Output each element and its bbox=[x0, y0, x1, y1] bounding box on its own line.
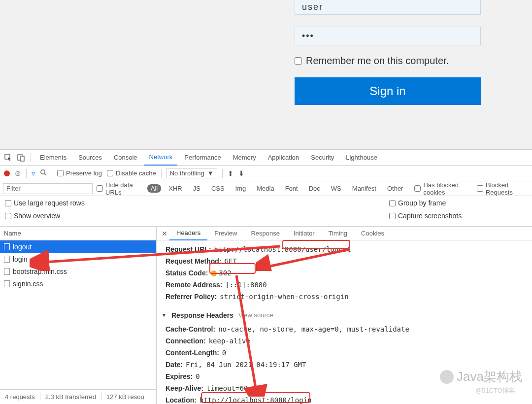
filter-type-doc[interactable]: Doc bbox=[305, 184, 324, 193]
location-line: Location:http://localhost:8080/login bbox=[162, 394, 527, 404]
throttling-value: No throttling bbox=[170, 169, 204, 177]
separator bbox=[31, 153, 31, 162]
status-code-line: Status Code:302 bbox=[162, 267, 527, 279]
file-icon bbox=[4, 243, 10, 250]
detail-tab-timing[interactable]: Timing bbox=[322, 227, 355, 240]
request-row-logout[interactable]: logout bbox=[0, 240, 156, 253]
cache-control-line: Cache-Control:no-cache, no-store, max-ag… bbox=[162, 323, 527, 335]
tab-sources[interactable]: Sources bbox=[73, 150, 107, 166]
filter-type-other[interactable]: Other bbox=[384, 184, 407, 193]
page-content: Remember me on this computer. Sign in bbox=[0, 0, 532, 149]
date-line: Date:Fri, 04 Jun 2021 04:19:17 GMT bbox=[162, 359, 527, 370]
disable-cache-label: Disable cache bbox=[116, 169, 156, 177]
tab-memory[interactable]: Memory bbox=[228, 150, 261, 166]
label: Connection: bbox=[166, 335, 206, 347]
file-icon bbox=[4, 268, 10, 275]
download-har-icon[interactable]: ⬇ bbox=[238, 169, 244, 177]
filter-type-font[interactable]: Font bbox=[282, 184, 301, 193]
filter-type-css[interactable]: CSS bbox=[208, 184, 228, 193]
password-field[interactable] bbox=[295, 27, 481, 45]
svg-point-3 bbox=[41, 170, 45, 174]
filter-type-xhr[interactable]: XHR bbox=[165, 184, 185, 193]
view-source-link[interactable]: View source bbox=[238, 309, 273, 321]
throttling-dropdown[interactable]: No throttling▼ bbox=[166, 168, 217, 178]
detail-tab-response[interactable]: Response bbox=[244, 227, 287, 240]
tab-security[interactable]: Security bbox=[306, 150, 339, 166]
request-name: bootstrap.min.css bbox=[13, 268, 67, 275]
tab-console[interactable]: Console bbox=[109, 150, 142, 166]
footer-resources: 127 kB resou bbox=[101, 393, 149, 401]
blocked-requests-checkbox[interactable]: Blocked Requests bbox=[477, 181, 529, 196]
tab-performance[interactable]: Performance bbox=[179, 150, 226, 166]
separator bbox=[52, 169, 52, 178]
clear-button[interactable]: ⊘ bbox=[15, 169, 21, 178]
value: 302 bbox=[211, 267, 231, 279]
large-rows-checkbox[interactable]: Use large request rows bbox=[5, 199, 389, 207]
footer-requests: 4 requests bbox=[5, 393, 40, 401]
filter-type-manifest[interactable]: Manifest bbox=[349, 184, 380, 193]
search-icon[interactable] bbox=[40, 169, 47, 177]
request-row-bootstrap[interactable]: bootstrap.min.css bbox=[0, 265, 156, 277]
signin-button[interactable]: Sign in bbox=[295, 77, 481, 105]
request-row-signin[interactable]: signin.css bbox=[0, 277, 156, 290]
group-by-frame-checkbox[interactable]: Group by frame bbox=[389, 199, 527, 207]
remember-me-checkbox[interactable] bbox=[295, 57, 302, 65]
request-name: logout bbox=[13, 243, 32, 251]
filter-bar: Hide data URLs All XHR JS CSS Img Media … bbox=[0, 181, 532, 196]
name-column-header[interactable]: Name bbox=[0, 227, 156, 240]
hide-data-urls-label: Hide data URLs bbox=[105, 181, 143, 196]
devtools-tabs: Elements Sources Console Network Perform… bbox=[0, 150, 532, 166]
label: Expires: bbox=[166, 370, 193, 382]
device-toggle-icon[interactable] bbox=[16, 154, 27, 162]
value: timeout=60 bbox=[206, 382, 248, 394]
disable-cache-checkbox[interactable]: Disable cache bbox=[107, 169, 156, 177]
file-icon bbox=[4, 256, 10, 263]
detail-tab-initiator[interactable]: Initiator bbox=[287, 227, 322, 240]
remote-address-line: Remote Address:[::1]:8080 bbox=[162, 279, 527, 291]
preserve-log-checkbox[interactable]: Preserve log bbox=[57, 169, 102, 177]
show-overview-label: Show overview bbox=[14, 212, 60, 220]
close-detail-button[interactable]: ✕ bbox=[160, 230, 169, 237]
request-name: signin.css bbox=[13, 280, 43, 288]
username-field[interactable] bbox=[295, 0, 481, 15]
detail-tab-preview[interactable]: Preview bbox=[207, 227, 244, 240]
headers-body: Request URL:http://localhost:8080/user/l… bbox=[157, 240, 532, 404]
filter-type-img[interactable]: Img bbox=[232, 184, 250, 193]
tab-network[interactable]: Network bbox=[144, 150, 178, 166]
inspect-icon[interactable] bbox=[3, 154, 14, 162]
filter-input[interactable] bbox=[3, 183, 93, 194]
capture-screenshots-checkbox[interactable]: Capture screenshots bbox=[389, 212, 527, 220]
status-footer: 4 requests 2.3 kB transferred 127 kB res… bbox=[0, 389, 156, 404]
label: Location: bbox=[166, 394, 197, 404]
filter-type-media[interactable]: Media bbox=[253, 184, 277, 193]
label: Keep-Alive: bbox=[166, 382, 203, 394]
connection-line: Connection:keep-alive bbox=[162, 335, 527, 347]
record-button[interactable] bbox=[4, 170, 10, 176]
group-by-frame-label: Group by frame bbox=[398, 199, 446, 207]
filter-type-js[interactable]: JS bbox=[190, 184, 204, 193]
capture-screenshots-label: Capture screenshots bbox=[398, 212, 462, 220]
hide-data-urls-checkbox[interactable]: Hide data URLs bbox=[97, 181, 143, 196]
label: Request URL: bbox=[166, 243, 211, 255]
has-blocked-cookies-checkbox[interactable]: Has blocked cookies bbox=[414, 181, 473, 196]
response-headers-section[interactable]: ▼ Response Headers View source bbox=[162, 309, 527, 321]
filter-type-ws[interactable]: WS bbox=[328, 184, 345, 193]
detail-tab-headers[interactable]: Headers bbox=[169, 227, 207, 240]
filter-type-all[interactable]: All bbox=[147, 184, 161, 193]
tab-lighthouse[interactable]: Lighthouse bbox=[341, 150, 382, 166]
separator bbox=[161, 169, 162, 178]
large-rows-label: Use large request rows bbox=[14, 199, 85, 207]
show-overview-checkbox[interactable]: Show overview bbox=[5, 212, 389, 220]
tab-application[interactable]: Application bbox=[263, 150, 304, 166]
tab-elements[interactable]: Elements bbox=[35, 150, 71, 166]
value: http://localhost:8080/login bbox=[200, 394, 312, 404]
remember-me-row[interactable]: Remember me on this computer. bbox=[295, 55, 481, 67]
blocked-requests-label: Blocked Requests bbox=[486, 181, 529, 196]
label: Remote Address: bbox=[166, 279, 222, 291]
filter-toggle-icon[interactable]: ▿ bbox=[32, 169, 35, 177]
detail-tab-cookies[interactable]: Cookies bbox=[354, 227, 391, 240]
upload-har-icon[interactable]: ⬆ bbox=[228, 169, 233, 177]
separator bbox=[222, 169, 223, 178]
keep-alive-line: Keep-Alive:timeout=60 bbox=[162, 382, 527, 394]
request-row-login[interactable]: login bbox=[0, 253, 156, 265]
